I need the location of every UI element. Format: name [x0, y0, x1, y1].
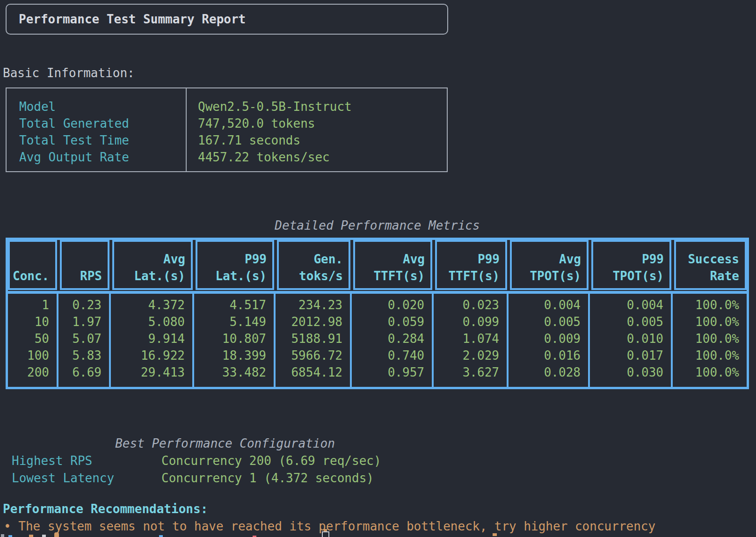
- column-p99-tpot: 0.004 0.005 0.010 0.017 0.030: [590, 294, 673, 387]
- metric-cell: 0.004: [509, 297, 581, 313]
- metric-cell: 1.074: [434, 330, 499, 347]
- metric-cell: 0.005: [590, 313, 663, 330]
- column-header: Avg TPOT(s): [510, 240, 589, 290]
- best-config-row: Lowest Latency Concurrency 1 (4.372 seco…: [12, 470, 438, 487]
- info-value: 4457.22 tokens/sec: [198, 149, 447, 166]
- bullet-icon: •: [4, 519, 11, 533]
- metric-cell: 5.149: [194, 313, 266, 330]
- report-title-panel: Performance Test Summary Report: [6, 4, 448, 35]
- metric-cell: 1: [8, 297, 49, 313]
- metric-cell: 2012.98: [276, 313, 342, 330]
- info-label: Model: [19, 98, 186, 115]
- metric-cell: 0.030: [590, 364, 663, 381]
- metric-cell: 0.028: [509, 364, 581, 381]
- metric-cell: 5.07: [58, 330, 102, 347]
- info-label: Avg Output Rate: [19, 149, 186, 166]
- metric-cell: 0.009: [509, 330, 581, 347]
- clipped-line-fragment: [42, 535, 46, 537]
- column-success-rate: 100.0% 100.0% 100.0% 100.0% 100.0%: [673, 294, 747, 387]
- metric-cell: 0.023: [434, 297, 499, 313]
- metric-cell: 0.016: [509, 347, 581, 364]
- metrics-table-body: 1 10 50 100 200 0.23 1.97 5.07 5.83 6.69…: [8, 294, 747, 387]
- metric-cell: 18.399: [194, 347, 266, 364]
- basic-info-heading: Basic Information:: [3, 65, 135, 81]
- clipped-line-fragment: [54, 532, 59, 537]
- clipped-line-fragment: [8, 535, 12, 537]
- info-value: Qwen2.5-0.5B-Instruct: [198, 98, 447, 115]
- best-config-label: Lowest Latency: [12, 470, 161, 487]
- clipped-line-fragment: [493, 533, 497, 536]
- column-header: RPS: [60, 240, 109, 290]
- metric-cell: 0.099: [434, 313, 499, 330]
- info-label: Total Test Time: [19, 132, 186, 149]
- metric-cell: 4.517: [194, 297, 266, 313]
- info-value: 747,520.0 tokens: [198, 115, 447, 132]
- column-avg-ttft: 0.020 0.059 0.284 0.740 0.957: [352, 294, 434, 387]
- metric-cell: 0.059: [352, 313, 424, 330]
- metric-cell: 6854.12: [276, 364, 342, 381]
- metric-cell: 100.0%: [673, 297, 739, 313]
- metric-cell: 10: [8, 313, 49, 330]
- metric-cell: 0.005: [509, 313, 581, 330]
- metric-cell: 6.69: [58, 364, 102, 381]
- metric-cell: 16.922: [111, 347, 185, 364]
- column-p99-ttft: 0.023 0.099 1.074 2.029 3.627: [434, 294, 509, 387]
- metrics-table-title: Detailed Performance Metrics: [6, 217, 749, 234]
- metric-cell: 5966.72: [276, 347, 342, 364]
- recommendations-section: Performance Recommendations: • The syste…: [3, 501, 655, 535]
- metric-cell: 234.23: [276, 297, 342, 313]
- column-avg-tpot: 0.004 0.005 0.009 0.016 0.028: [509, 294, 590, 387]
- metric-cell: 100.0%: [673, 330, 739, 347]
- terminal-cursor[interactable]: [322, 531, 329, 537]
- metric-cell: 100.0%: [673, 347, 739, 364]
- column-header: P99 TTFT(s): [435, 240, 507, 290]
- column-avg-latency: 4.372 5.080 9.914 16.922 29.413: [111, 294, 194, 387]
- metric-cell: 33.482: [194, 364, 266, 381]
- metric-cell: 5188.91: [276, 330, 342, 347]
- basic-info-table: Model Total Generated Total Test Time Av…: [6, 87, 448, 172]
- metric-cell: 29.413: [111, 364, 185, 381]
- best-config-value: Concurrency 1 (4.372 seconds): [161, 470, 374, 487]
- column-header: Conc.: [8, 240, 57, 290]
- column-header: Avg Lat.(s): [112, 240, 193, 290]
- clipped-line-fragment: [29, 535, 33, 537]
- column-header: Success Rate: [674, 240, 747, 290]
- basic-info-labels: Model Total Generated Total Test Time Av…: [7, 88, 187, 171]
- metric-cell: 3.627: [434, 364, 499, 381]
- metric-cell: 0.020: [352, 297, 424, 313]
- metric-cell: 200: [8, 364, 49, 381]
- column-header: P99 Lat.(s): [196, 240, 274, 290]
- column-concurrency: 1 10 50 100 200: [8, 294, 58, 387]
- column-p99-latency: 4.517 5.149 10.807 18.399 33.482: [194, 294, 276, 387]
- metrics-table: Conc. RPS Avg Lat.(s) P99 Lat.(s) Gen. t…: [6, 238, 749, 389]
- info-value: 167.71 seconds: [198, 132, 447, 149]
- best-config-value: Concurrency 200 (6.69 req/sec): [161, 452, 381, 470]
- basic-info-values: Qwen2.5-0.5B-Instruct 747,520.0 tokens 1…: [187, 88, 447, 171]
- report-title: Performance Test Summary Report: [19, 12, 246, 26]
- metric-cell: 0.004: [590, 297, 663, 313]
- metric-cell: 100: [8, 347, 49, 364]
- metric-cell: 4.372: [111, 297, 185, 313]
- column-gen-toks: 234.23 2012.98 5188.91 5966.72 6854.12: [276, 294, 352, 387]
- terminal-screen: { "palette": { "background": "#262a33", …: [0, 0, 756, 537]
- recommendations-heading: Performance Recommendations:: [3, 501, 655, 517]
- clipped-line-fragment: [1, 534, 4, 537]
- best-config-section: Best Performance Configuration Highest R…: [12, 435, 438, 487]
- info-label: Total Generated: [19, 115, 186, 132]
- metric-cell: 1.97: [58, 313, 102, 330]
- metric-cell: 0.284: [352, 330, 424, 347]
- metric-cell: 100.0%: [673, 364, 739, 381]
- metric-cell: 10.807: [194, 330, 266, 347]
- metric-cell: 0.017: [590, 347, 663, 364]
- recommendation-text: The system seems not to have reached its…: [18, 519, 655, 533]
- metric-cell: 5.080: [111, 313, 185, 330]
- best-config-title: Best Performance Configuration: [12, 435, 438, 452]
- metrics-table-header: Conc. RPS Avg Lat.(s) P99 Lat.(s) Gen. t…: [8, 240, 747, 290]
- metric-cell: 2.029: [434, 347, 499, 364]
- metric-cell: 0.010: [590, 330, 663, 347]
- metric-cell: 0.957: [352, 364, 424, 381]
- metric-cell: 0.740: [352, 347, 424, 364]
- metric-cell: 9.914: [111, 330, 185, 347]
- best-config-label: Highest RPS: [12, 452, 161, 470]
- column-header: Avg TTFT(s): [353, 240, 432, 290]
